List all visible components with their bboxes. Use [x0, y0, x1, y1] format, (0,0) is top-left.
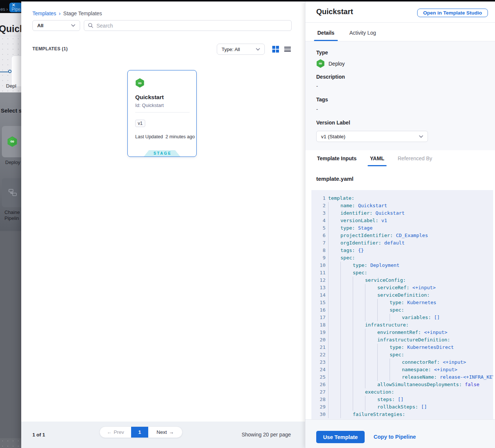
yaml-line: 6projectIdentifier:CD_Examples	[311, 232, 493, 239]
svg-text:∞: ∞	[319, 61, 322, 66]
select-stage-heading: Select s	[1, 107, 21, 114]
deploy-hexagon-icon: ∞	[7, 136, 18, 147]
chained-pipeline-icon	[8, 188, 18, 198]
yaml-line: 26allowSimultaneousDeployments:false	[311, 381, 493, 388]
pipeline-connector-dot	[8, 70, 12, 73]
type-filter-select[interactable]: Type: All	[217, 44, 265, 55]
description-label: Description	[316, 74, 345, 80]
pagination-control: ← Prev 1 Next →	[99, 426, 183, 438]
chevron-right-icon: ›	[59, 10, 61, 16]
yaml-line: 1template:	[311, 195, 493, 202]
yaml-line: 4versionLabel:v1	[311, 217, 493, 224]
yaml-line: 15type:Kubernetes	[311, 299, 493, 306]
chevron-down-icon	[256, 48, 260, 51]
yaml-line: 11spec:	[311, 269, 493, 277]
stage-type-label-chained: Chaine Pipelin	[4, 209, 20, 221]
tab-referenced-by[interactable]: Referenced By	[397, 151, 433, 166]
background-lower-zone	[0, 231, 21, 438]
app-header-fragment: es › Pipe ✕	[0, 1, 21, 13]
content-subtabs: Template Inputs YAML Referenced By	[305, 150, 495, 167]
grid-view-icon[interactable]	[272, 46, 279, 53]
yaml-line: 29rollbackSteps:[]	[311, 403, 493, 411]
last-updated: Last Updated 2 minutes ago	[135, 134, 195, 139]
yaml-line: 23connectorRef:<+input>	[311, 359, 493, 366]
yaml-line: 21type:KubernetesDirect	[311, 344, 493, 351]
yaml-line: 14serviceDefinition:	[311, 291, 493, 299]
version-select[interactable]: v1 (Stable)	[316, 131, 428, 142]
svg-text:∞: ∞	[10, 138, 14, 144]
details-tabs: Details Activity Log	[305, 23, 495, 41]
divider	[135, 112, 190, 113]
templates-drawer: Templates › Stage Templates All TEMPLATE…	[21, 1, 305, 448]
yaml-code-viewer[interactable]: 1template:2name:Quickstart3identifier:Qu…	[311, 190, 493, 419]
yaml-line: 7orgIdentifier:default	[311, 239, 493, 247]
tab-template-inputs[interactable]: Template Inputs	[316, 151, 357, 166]
stage-type-card-chained	[2, 178, 21, 207]
tab-details[interactable]: Details	[316, 30, 336, 41]
prev-page-button[interactable]: ← Prev	[100, 427, 131, 438]
deploy-hexagon-icon: ∞	[316, 59, 325, 68]
yaml-line: 19environmentRef:<+input>	[311, 329, 493, 336]
yaml-line: 30failureStrategies:	[311, 411, 493, 418]
arrow-right-icon: →	[169, 429, 174, 435]
template-card-title: Quickstart	[135, 94, 164, 101]
view-toggles	[272, 46, 291, 53]
yaml-line: 12serviceConfig:	[311, 277, 493, 284]
breadcrumb-current: Stage Templates	[63, 10, 102, 16]
yaml-line: 13serviceRef:<+input>	[311, 284, 493, 291]
version-badge: v1	[135, 120, 145, 127]
tab-yaml[interactable]: YAML	[369, 151, 385, 166]
yaml-line: 20infrastructureDefinition:	[311, 336, 493, 344]
yaml-line: 5type:Stage	[311, 224, 493, 232]
panel-title: Quickstart	[316, 7, 353, 16]
scope-filter-select[interactable]: All	[32, 20, 80, 31]
yaml-line: 3identifier:Quickstart	[311, 209, 493, 217]
chevron-down-icon	[71, 24, 75, 27]
tags-value: -	[316, 106, 318, 112]
stage-type-card-deploy: ∞	[2, 126, 21, 157]
background-canvas-dots	[0, 438, 21, 448]
yaml-file-name: template.yaml	[316, 176, 353, 182]
yaml-lines: 1template:2name:Quickstart3identifier:Qu…	[311, 195, 493, 418]
yaml-line: 24namespace:<+input>	[311, 366, 493, 373]
pipeline-title-fragment: Quicks	[0, 23, 21, 34]
pipeline-node-label: Depl	[6, 83, 16, 89]
yaml-line: 25releaseName:release-<+INFRA_KEY>	[311, 373, 493, 381]
page-number-button[interactable]: 1	[131, 427, 148, 438]
search-input[interactable]	[96, 23, 288, 29]
description-value: -	[316, 83, 318, 89]
open-in-template-studio-button[interactable]: Open in Template Studio	[417, 9, 488, 17]
templates-count-label: TEMPLATES (1)	[32, 46, 68, 51]
yaml-line: 10type:Deployment	[311, 262, 493, 269]
deploy-hexagon-icon: ∞	[135, 78, 145, 88]
details-section: Type ∞ Deploy Description - Tags - Versi…	[305, 41, 495, 150]
search-icon	[88, 23, 93, 28]
pipeline-canvas-fragment: Depl	[0, 36, 21, 92]
pipeline-title-zone: Quicks	[0, 13, 21, 36]
pipeline-edge	[0, 72, 9, 72]
yaml-line: 9spec:	[311, 254, 493, 262]
yaml-line: 27execution:	[311, 388, 493, 396]
breadcrumb: Templates › Stage Templates	[32, 10, 102, 16]
use-template-button[interactable]: Use Template	[316, 431, 365, 443]
search-box	[84, 20, 292, 31]
window-top-bar	[0, 0, 495, 1]
chevron-down-icon	[419, 135, 423, 138]
arrow-left-icon: ←	[107, 429, 112, 435]
type-label: Type	[316, 50, 328, 56]
background-page-strip: es › Pipe ✕ Quicks Depl Select s ∞ De	[0, 1, 21, 448]
close-icon[interactable]: ✕	[12, 2, 16, 8]
yaml-line: 28steps:[]	[311, 396, 493, 403]
copy-to-pipeline-link[interactable]: Copy to Pipeline	[374, 434, 416, 440]
template-details-panel: Quickstart Open in Template Studio Detai…	[305, 1, 495, 448]
list-view-icon[interactable]	[284, 46, 291, 53]
select-stage-popover-fragment: Select s ∞ Deploy Chaine	[0, 92, 21, 231]
tab-activity-log[interactable]: Activity Log	[348, 30, 377, 41]
type-value: Deploy	[329, 61, 345, 67]
tags-label: Tags	[316, 97, 328, 102]
template-card-quickstart[interactable]: ∞ Quickstart Id: Quickstart v1 Last Upda…	[127, 70, 197, 157]
breadcrumb-templates-link[interactable]: Templates	[32, 10, 56, 16]
stage-type-badge: STAGE	[144, 150, 180, 157]
pipeline-node-fragment	[11, 56, 21, 87]
next-page-button[interactable]: Next →	[148, 427, 182, 438]
